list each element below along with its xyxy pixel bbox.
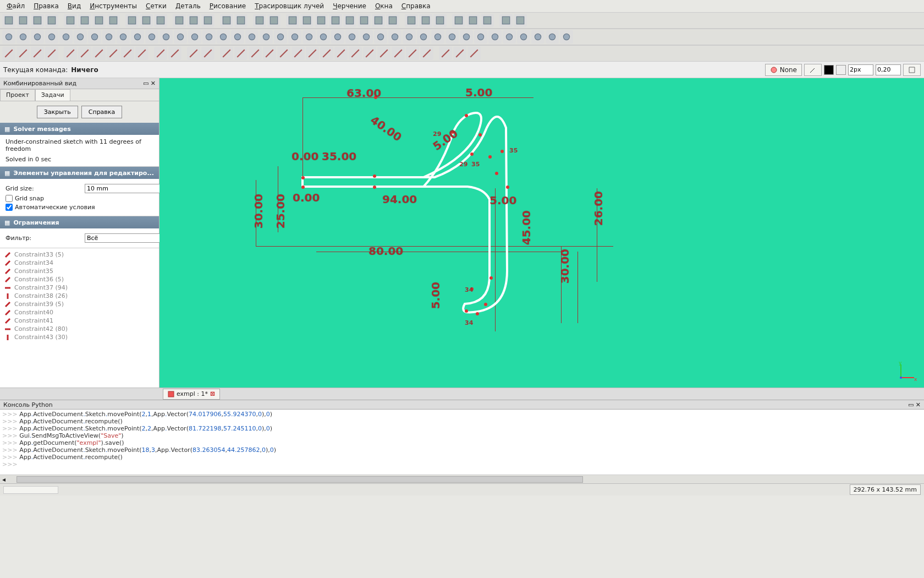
tool-btn-r1-7[interactable] <box>107 14 120 27</box>
tool-btn-r1-14[interactable] <box>220 14 233 27</box>
tool-btn-r2-37[interactable] <box>531 30 544 43</box>
tool-btn-r3-25[interactable] <box>377 47 391 60</box>
tool-btn-r2-14[interactable] <box>202 30 216 43</box>
tool-btn-r3-8[interactable] <box>121 47 134 60</box>
tool-btn-r1-25[interactable] <box>386 14 399 27</box>
linewidth-input[interactable] <box>848 64 873 75</box>
constraint-item[interactable]: Constraint40 <box>4 308 155 317</box>
constraint-item[interactable]: Constraint37 (94) <box>4 283 155 292</box>
console-hscroll[interactable]: ◂ <box>0 475 924 483</box>
tool-btn-r2-1[interactable] <box>16 30 30 43</box>
tool-btn-r3-6[interactable] <box>92 47 106 60</box>
draft-apply-button[interactable] <box>903 64 921 76</box>
tool-btn-r2-17[interactable] <box>245 30 258 43</box>
tool-btn-r2-9[interactable] <box>131 30 144 43</box>
console-undock-icon[interactable]: ▭ <box>908 401 914 408</box>
tab-project[interactable]: Проект <box>0 89 35 101</box>
tool-btn-r3-22[interactable] <box>334 47 348 60</box>
constraint-item[interactable]: Constraint41 <box>4 317 155 325</box>
grid-snap-checkbox[interactable] <box>6 195 13 202</box>
tool-btn-r1-2[interactable] <box>31 14 44 27</box>
tool-btn-r1-0[interactable] <box>2 14 15 27</box>
tool-btn-r1-28[interactable] <box>433 14 447 27</box>
tool-btn-r2-23[interactable] <box>331 30 344 43</box>
tool-btn-r2-26[interactable] <box>374 30 387 43</box>
tool-btn-r2-35[interactable] <box>503 30 516 43</box>
tool-btn-r1-9[interactable] <box>140 14 153 27</box>
tool-btn-r2-39[interactable] <box>560 30 573 43</box>
tool-btn-r2-4[interactable] <box>59 30 73 43</box>
tool-btn-r1-4[interactable] <box>64 14 77 27</box>
tool-btn-r1-31[interactable] <box>481 14 494 27</box>
tool-btn-r2-6[interactable] <box>88 30 101 43</box>
menu-file[interactable]: Файл <box>2 2 29 10</box>
constraint-item[interactable]: Constraint35 <box>4 267 155 275</box>
tool-btn-r3-10[interactable] <box>154 47 167 60</box>
tool-btn-r1-23[interactable] <box>358 14 371 27</box>
tool-btn-r2-20[interactable] <box>288 30 301 43</box>
close-icon[interactable]: ✕ <box>151 80 156 87</box>
python-console[interactable]: >>> App.ActiveDocument.Sketch.movePoint(… <box>0 410 924 475</box>
tool-btn-r2-21[interactable] <box>302 30 316 43</box>
tool-btn-r2-7[interactable] <box>102 30 116 43</box>
tool-btn-r3-12[interactable] <box>187 47 200 60</box>
tool-btn-r1-24[interactable] <box>372 14 385 27</box>
tool-btn-r3-3[interactable] <box>45 47 58 60</box>
tool-btn-r1-10[interactable] <box>154 14 167 27</box>
tool-btn-r3-5[interactable] <box>78 47 91 60</box>
constraint-item[interactable]: Constraint36 (5) <box>4 275 155 283</box>
tool-btn-r3-26[interactable] <box>392 47 405 60</box>
tool-btn-r1-15[interactable] <box>234 14 248 27</box>
tool-btn-r1-12[interactable] <box>187 14 200 27</box>
tool-btn-r2-0[interactable] <box>2 30 15 43</box>
tool-btn-r1-32[interactable] <box>499 14 513 27</box>
dim-0b[interactable]: 0.00 <box>293 191 320 204</box>
auto-constraints-checkbox[interactable] <box>6 204 13 211</box>
tool-btn-r3-21[interactable] <box>320 47 333 60</box>
dim-30[interactable]: 30.00 <box>252 194 265 228</box>
tab-tasks[interactable]: Задачи <box>35 89 70 101</box>
tool-btn-r1-17[interactable] <box>267 14 280 27</box>
dim-5c[interactable]: 5.00 <box>490 194 516 207</box>
tool-btn-r3-4[interactable] <box>64 47 77 60</box>
tool-btn-r3-27[interactable] <box>406 47 419 60</box>
doc-tab[interactable]: exmpl : 1* ⊠ <box>163 389 220 400</box>
tool-btn-r1-21[interactable] <box>329 14 342 27</box>
tool-btn-r3-1[interactable] <box>16 47 30 60</box>
tool-btn-r2-10[interactable] <box>145 30 158 43</box>
tool-btn-r1-8[interactable] <box>125 14 139 27</box>
menu-tools[interactable]: Инструменты <box>85 2 141 10</box>
constraint-item[interactable]: Constraint43 (30) <box>4 333 155 341</box>
tool-btn-r3-28[interactable] <box>420 47 433 60</box>
constraint-item[interactable]: Constraint42 (80) <box>4 325 155 333</box>
dim-5d[interactable]: 5.00 <box>429 282 442 309</box>
constraint-item[interactable]: Constraint34 <box>4 259 155 267</box>
tool-btn-r1-16[interactable] <box>253 14 266 27</box>
undock-icon[interactable]: ▭ <box>143 80 148 87</box>
tool-btn-r1-5[interactable] <box>78 14 91 27</box>
tool-btn-r2-32[interactable] <box>460 30 473 43</box>
tool-btn-r2-19[interactable] <box>274 30 287 43</box>
tool-btn-r1-11[interactable] <box>173 14 186 27</box>
solver-header[interactable]: ▦Solver messages <box>0 123 159 135</box>
tool-btn-r3-30[interactable] <box>453 47 466 60</box>
tool-btn-r2-29[interactable] <box>417 30 430 43</box>
menu-grids[interactable]: Сетки <box>141 2 171 10</box>
tool-btn-r2-16[interactable] <box>231 30 244 43</box>
tool-btn-r3-2[interactable] <box>31 47 44 60</box>
tool-btn-r2-38[interactable] <box>546 30 559 43</box>
3d-viewport[interactable]: 63.00 5.00 40.00 5.00 0.00 35.00 0.00 94… <box>160 78 924 388</box>
tool-btn-r2-31[interactable] <box>446 30 459 43</box>
menu-windows[interactable]: Окна <box>371 2 397 10</box>
tool-btn-r3-17[interactable] <box>263 47 276 60</box>
tool-btn-r2-8[interactable] <box>117 30 130 43</box>
tool-btn-r2-30[interactable] <box>431 30 444 43</box>
tool-btn-r2-15[interactable] <box>217 30 230 43</box>
tool-btn-r3-20[interactable] <box>306 47 319 60</box>
face-color-swatch[interactable] <box>836 65 846 75</box>
dim-26[interactable]: 26.00 <box>592 191 605 226</box>
dim-5a[interactable]: 5.00 <box>465 86 492 99</box>
tool-btn-r3-29[interactable] <box>439 47 452 60</box>
tool-btn-r1-29[interactable] <box>452 14 465 27</box>
tool-btn-r1-3[interactable] <box>45 14 58 27</box>
